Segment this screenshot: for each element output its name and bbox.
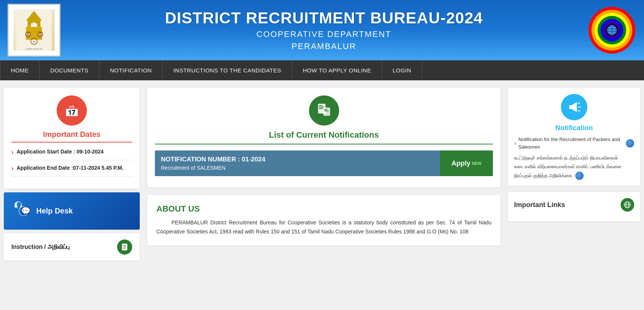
important-dates-card: 📅 Important Dates Application Start Date… bbox=[4, 88, 140, 189]
calendar-icon: 📅 bbox=[57, 95, 87, 126]
subtitle-loc: PERAMBALUR bbox=[60, 41, 587, 51]
rainbow-emblem bbox=[587, 6, 636, 55]
left-sidebar: 📅 Important Dates Application Start Date… bbox=[4, 88, 140, 261]
svg-rect-34 bbox=[323, 107, 330, 116]
svg-line-41 bbox=[578, 110, 580, 111]
nav-documents[interactable]: DOCUMENTS bbox=[40, 60, 99, 80]
helpdesk-title: Help Desk bbox=[36, 207, 73, 215]
notif-desc: Recruitment of SALESMEN bbox=[161, 165, 434, 171]
helpdesk-icon: 👤 💬 bbox=[11, 200, 30, 222]
nav-login[interactable]: LOGIN bbox=[382, 60, 422, 80]
site-header: 🦁 🦁 🌸 வாழ்க வளமுடன் DISTRICT RECRUITMENT… bbox=[0, 0, 644, 60]
important-links-icon bbox=[621, 198, 634, 212]
svg-text:🦁: 🦁 bbox=[37, 31, 44, 38]
notif-link-1[interactable]: Notification for the Recruitment of Pack… bbox=[514, 136, 634, 150]
globe-icon-1 bbox=[626, 139, 634, 147]
svg-rect-32 bbox=[319, 107, 324, 107]
notif-info: NOTIFICATION NUMBER : 01-2024 Recruitmen… bbox=[155, 150, 440, 176]
center-content: List of Current Notifications NOTIFICATI… bbox=[147, 88, 500, 261]
notifications-card: List of Current Notifications NOTIFICATI… bbox=[147, 88, 500, 187]
main-nav: HOME DOCUMENTS NOTIFICATION INSTRUCTIONS… bbox=[0, 60, 644, 80]
important-dates-title: Important Dates bbox=[11, 130, 132, 143]
logo: 🦁 🦁 🌸 வாழ்க வளமுடன் bbox=[8, 4, 60, 57]
important-links-card: Important Links bbox=[508, 192, 640, 221]
apply-button[interactable]: Apply NEW bbox=[440, 150, 493, 176]
svg-text:🌸: 🌸 bbox=[32, 40, 36, 43]
notifications-title: List of Current Notifications bbox=[155, 130, 493, 144]
right-sidebar: Notification Notification for the Recrui… bbox=[508, 88, 640, 261]
svg-rect-31 bbox=[319, 105, 323, 106]
svg-rect-33 bbox=[319, 108, 323, 109]
instruction-icon bbox=[117, 239, 132, 255]
emblem-image: 🦁 🦁 🌸 வாழ்க வளமுடன் bbox=[13, 9, 55, 51]
instruction-card[interactable]: Instruction / அறிவிப்பு bbox=[4, 233, 140, 261]
nav-how-to-apply[interactable]: HOW TO APPLY ONLINE bbox=[292, 60, 382, 80]
about-title: ABOUT US bbox=[156, 204, 491, 214]
new-badge: NEW bbox=[472, 161, 482, 166]
notif-sidebar-title: Notification bbox=[514, 124, 634, 132]
helpdesk-card[interactable]: 👤 💬 Help Desk bbox=[4, 192, 140, 230]
notif-number: NOTIFICATION NUMBER : 01-2024 bbox=[161, 156, 434, 163]
nav-instructions[interactable]: INSTRUCTIONS TO THE CANDIDATES bbox=[163, 60, 292, 80]
instruction-label: Instruction / அறிவிப்பு bbox=[11, 244, 69, 250]
svg-line-39 bbox=[578, 103, 580, 104]
nav-notification[interactable]: NOTIFICATION bbox=[99, 60, 163, 80]
subtitle-dept: COOPERATIVE DEPARTMENT bbox=[60, 29, 587, 39]
svg-rect-36 bbox=[324, 110, 329, 111]
app-start-date: Application Start Date : 09-10-2024 bbox=[11, 149, 132, 160]
globe-icon-2 bbox=[575, 172, 584, 180]
app-end-date: Application End Date :07-11-2024 5.45 P.… bbox=[11, 165, 132, 176]
important-links-header: Important Links bbox=[514, 198, 634, 212]
notif-sidebar-card: Notification Notification for the Recrui… bbox=[508, 88, 640, 186]
main-container: 📅 Important Dates Application Start Date… bbox=[0, 80, 644, 268]
svg-text:வாழ்க வளமுடன்: வாழ்க வளமுடன் bbox=[26, 48, 42, 50]
header-title-group: DISTRICT RECRUITMENT BUREAU-2024 COOPERA… bbox=[60, 9, 587, 51]
about-text: PERAMBALUR District Recruitment Bureau f… bbox=[156, 218, 491, 236]
tamil-text: கூட்டுறவுச் சங்கங்களால் நடத்தப்படும் நிய… bbox=[514, 153, 634, 180]
about-card: ABOUT US PERAMBALUR District Recruitment… bbox=[147, 195, 500, 246]
notifications-icon bbox=[309, 95, 339, 126]
nav-home[interactable]: HOME bbox=[0, 60, 40, 80]
notification-row: NOTIFICATION NUMBER : 01-2024 Recruitmen… bbox=[155, 150, 493, 176]
megaphone-icon bbox=[561, 94, 587, 120]
main-title: DISTRICT RECRUITMENT BUREAU-2024 bbox=[60, 9, 587, 27]
svg-rect-35 bbox=[324, 109, 327, 110]
important-links-title: Important Links bbox=[514, 201, 565, 209]
svg-marker-37 bbox=[569, 102, 577, 112]
svg-text:🦁: 🦁 bbox=[25, 31, 32, 38]
